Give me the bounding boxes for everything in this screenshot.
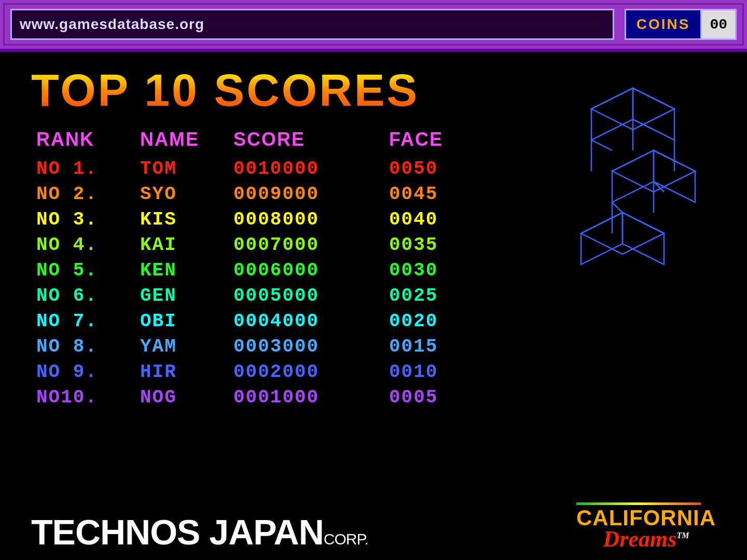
face-cell: 0015 bbox=[389, 336, 493, 357]
rank-cell: NO10. bbox=[36, 387, 140, 408]
table-row: NO 8.YAM00030000015 bbox=[31, 336, 716, 357]
header-score: SCORE bbox=[233, 129, 389, 150]
top-bar: www.gamesdatabase.org COINS 00 bbox=[0, 0, 747, 52]
score-cell-val: 0010000 bbox=[233, 158, 389, 179]
table-row: NO 7.OBI00040000020 bbox=[31, 311, 716, 332]
score-cell-val: 0004000 bbox=[233, 311, 389, 332]
rank-cell: NO 8. bbox=[36, 336, 140, 357]
face-cell: 0030 bbox=[389, 260, 493, 281]
score-cell-val: 0008000 bbox=[233, 209, 389, 230]
rank-cell: NO 6. bbox=[36, 285, 140, 306]
rank-cell: NO 9. bbox=[36, 361, 140, 383]
face-cell: 0045 bbox=[389, 184, 493, 205]
svg-marker-7 bbox=[612, 150, 654, 202]
header-rank: RANK bbox=[36, 129, 140, 150]
rank-cell: NO 5. bbox=[36, 260, 140, 281]
bottom-area: TECHNOS JAPANCORP. CALIFORNIA DreamsTM bbox=[0, 502, 747, 550]
dreams-text: DreamsTM bbox=[576, 529, 716, 550]
rank-cell: NO 4. bbox=[36, 234, 140, 256]
tm-mark: TM bbox=[676, 531, 689, 540]
name-cell: KAI bbox=[140, 234, 233, 256]
coins-value-box: 00 bbox=[702, 10, 735, 38]
score-cell-val: 0009000 bbox=[233, 184, 389, 205]
rainbow-line bbox=[576, 502, 701, 505]
name-cell: KIS bbox=[140, 209, 233, 230]
score-cell-val: 0002000 bbox=[233, 361, 389, 383]
svg-line-14 bbox=[591, 140, 612, 150]
score-cell-val: 0003000 bbox=[233, 336, 389, 357]
rank-cell: NO 2. bbox=[36, 184, 140, 205]
face-cell: 0035 bbox=[389, 234, 493, 256]
name-cell: OBI bbox=[140, 311, 233, 332]
header-name: NAME bbox=[140, 129, 233, 150]
coins-label: COINS bbox=[637, 16, 690, 33]
coins-label-box: COINS bbox=[626, 10, 702, 38]
face-cell: 0040 bbox=[389, 209, 493, 230]
svg-marker-0 bbox=[633, 88, 674, 140]
face-cell: 0025 bbox=[389, 285, 493, 306]
name-cell: SYO bbox=[140, 184, 233, 205]
name-cell: YAM bbox=[140, 336, 233, 357]
california-dreams-logo: CALIFORNIA DreamsTM bbox=[576, 502, 716, 550]
name-cell: TOM bbox=[140, 158, 233, 179]
rank-cell: NO 7. bbox=[36, 311, 140, 332]
svg-marker-1 bbox=[591, 88, 633, 140]
svg-line-17 bbox=[654, 181, 664, 192]
name-cell: KEN bbox=[140, 260, 233, 281]
technos-text: TECHNOS JAPAN bbox=[31, 512, 324, 552]
table-row: NO 6.GEN00050000025 bbox=[31, 285, 716, 306]
svg-marker-12 bbox=[581, 213, 622, 264]
name-cell: NOG bbox=[140, 387, 233, 408]
technos-logo: TECHNOS JAPANCORP. bbox=[31, 514, 368, 550]
coins-area: COINS 00 bbox=[625, 9, 737, 40]
svg-marker-11 bbox=[622, 213, 664, 264]
face-cell: 0050 bbox=[389, 158, 493, 179]
name-cell: GEN bbox=[140, 285, 233, 306]
rank-cell: NO 3. bbox=[36, 209, 140, 230]
header-face: FACE bbox=[389, 129, 493, 150]
score-cell-val: 0001000 bbox=[233, 387, 389, 408]
website-text: www.gamesdatabase.org bbox=[20, 16, 204, 33]
corp-text: CORP. bbox=[324, 530, 368, 548]
svg-line-16 bbox=[612, 202, 622, 213]
score-cell-val: 0005000 bbox=[233, 285, 389, 306]
website-label: www.gamesdatabase.org bbox=[10, 9, 614, 40]
face-cell: 0010 bbox=[389, 361, 493, 383]
california-text: CALIFORNIA bbox=[576, 507, 716, 529]
name-cell: HIR bbox=[140, 361, 233, 383]
rank-cell: NO 1. bbox=[36, 158, 140, 179]
wireframe-shape bbox=[560, 73, 706, 270]
face-cell: 0005 bbox=[389, 387, 493, 408]
score-cell-val: 0006000 bbox=[233, 260, 389, 281]
coins-value: 00 bbox=[710, 17, 727, 33]
face-cell: 0020 bbox=[389, 311, 493, 332]
table-row: NO10.NOG00010000005 bbox=[31, 387, 716, 408]
score-cell-val: 0007000 bbox=[233, 234, 389, 256]
table-row: NO 9.HIR00020000010 bbox=[31, 361, 716, 383]
